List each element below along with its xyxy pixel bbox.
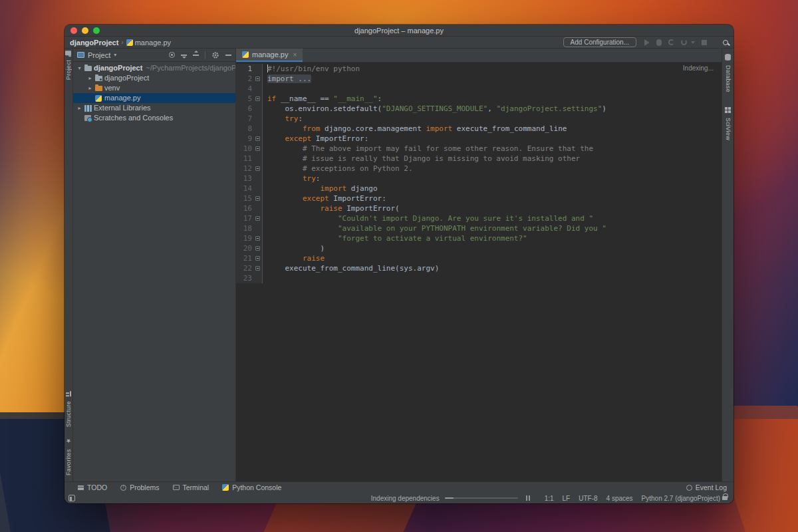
lock-icon[interactable] — [722, 496, 728, 500]
fold-marker-icon[interactable] — [254, 134, 263, 144]
chevron-right-icon[interactable]: ▸ — [76, 103, 83, 113]
code-line[interactable]: 17 "Couldn't import Django. Are you sure… — [236, 213, 722, 223]
tree-item-djangoproject[interactable]: ▸djangoProject — [73, 73, 235, 83]
tool-button-database[interactable]: Database — [725, 54, 732, 92]
tool-button-terminal[interactable]: Terminal — [173, 483, 209, 491]
fold-box-icon[interactable] — [255, 146, 260, 151]
fold-box-icon[interactable] — [255, 166, 260, 171]
fold-marker-icon[interactable] — [254, 253, 263, 263]
fold-marker-icon[interactable] — [254, 263, 263, 273]
tree-item-external-libraries[interactable]: ▸External Libraries — [73, 103, 235, 113]
code-line[interactable]: 10 # The above import may fail for some … — [236, 144, 722, 154]
event-log-button[interactable]: Event Log — [686, 483, 727, 491]
fold-marker-icon[interactable] — [254, 74, 263, 84]
code-line[interactable]: 4 — [236, 84, 722, 94]
fold-marker-icon[interactable] — [254, 94, 263, 104]
fold-box-icon[interactable] — [255, 256, 260, 261]
code-line[interactable]: 18 "available on your PYTHONPATH environ… — [236, 223, 722, 233]
fold-box-icon[interactable] — [255, 236, 260, 241]
fold-marker-icon[interactable] — [254, 194, 263, 203]
tool-button-python-console[interactable]: Python Console — [222, 483, 281, 491]
code-line[interactable]: 11 # issue is really that Django is miss… — [236, 154, 722, 164]
tool-button-todo[interactable]: TODO — [78, 483, 107, 491]
add-configuration-button[interactable]: Add Configuration... — [563, 37, 636, 47]
tool-button-project[interactable]: Project — [65, 51, 72, 80]
pause-indexing-icon[interactable] — [526, 495, 530, 501]
chevron-down-icon[interactable]: ▾ — [114, 52, 116, 58]
chevron-right-icon[interactable]: ▸ — [86, 73, 94, 83]
fold-box-icon[interactable] — [255, 246, 260, 251]
tool-button-structure[interactable]: Structure — [65, 391, 72, 427]
dropdown-arrow-icon[interactable] — [691, 41, 695, 44]
fold-box-icon[interactable] — [255, 216, 260, 221]
code-line[interactable]: 1#!/usr/bin/env python — [236, 64, 722, 74]
fold-marker-icon[interactable] — [254, 233, 263, 243]
status-item-python-2-7-djangoproject[interactable]: Python 2.7 (djangoProject) — [642, 495, 720, 502]
title-bar[interactable]: djangoProject – manage.py — [65, 25, 733, 37]
rerun-icon[interactable] — [681, 39, 687, 45]
tool-button-sciview[interactable]: SciView — [725, 107, 732, 140]
code-token — [267, 224, 338, 233]
code-token — [267, 254, 303, 263]
code-line[interactable]: 20 ) — [236, 243, 722, 253]
status-item-1-1[interactable]: 1:1 — [545, 495, 554, 502]
code-line[interactable]: 22 execute_from_command_line(sys.argv) — [236, 263, 722, 273]
code-line[interactable]: 23 — [236, 273, 722, 283]
tree-item-scratches-and-consoles[interactable]: Scratches and Consoles — [73, 113, 235, 123]
status-item-4-spaces[interactable]: 4 spaces — [606, 495, 633, 502]
fold-box-icon[interactable] — [255, 196, 260, 201]
fold-marker-icon[interactable] — [254, 144, 263, 154]
python-icon — [222, 484, 229, 491]
code-line[interactable]: 6 os.environ.setdefault("DJANGO_SETTINGS… — [236, 104, 722, 114]
code-token: from — [303, 124, 321, 133]
line-number: 10 — [236, 144, 254, 154]
code-editor[interactable]: Indexing... 1#!/usr/bin/env python2impor… — [236, 63, 722, 481]
tool-window-toggle-icon[interactable] — [68, 495, 75, 501]
fold-box-icon[interactable] — [255, 76, 260, 81]
chevron-right-icon[interactable]: ▸ — [86, 83, 94, 93]
tool-button-favorites[interactable]: Favorites ★ — [65, 438, 72, 475]
stop-icon[interactable] — [702, 40, 707, 45]
tree-item-djangoproject[interactable]: ▾djangoProject~/PycharmProjects/djangoPr… — [73, 63, 235, 73]
status-item-utf-8[interactable]: UTF-8 — [579, 495, 597, 502]
gear-icon[interactable] — [211, 51, 219, 59]
code-line[interactable]: 7 try: — [236, 114, 722, 124]
code-line[interactable]: 19 "forget to activate a virtual environ… — [236, 233, 722, 243]
breadcrumb-project[interactable]: djangoProject — [70, 39, 118, 47]
chevron-down-icon[interactable]: ▾ — [76, 63, 83, 73]
code-line[interactable]: 12 # exceptions on Python 2. — [236, 164, 722, 174]
tree-item-manage-py[interactable]: manage.py — [73, 93, 235, 103]
collapse-all-icon[interactable] — [193, 55, 199, 56]
debug-icon[interactable] — [656, 39, 662, 46]
locate-icon[interactable] — [169, 52, 175, 58]
code-line[interactable]: 21 raise — [236, 253, 722, 263]
code-line[interactable]: 9 except ImportError: — [236, 134, 722, 144]
tool-button-structure-label: Structure — [65, 401, 72, 427]
tab-manage-py[interactable]: manage.py × — [236, 49, 303, 62]
tree-item-venv[interactable]: ▸venv — [73, 83, 235, 93]
code-line[interactable]: 14 import django — [236, 184, 722, 194]
fold-box-icon[interactable] — [255, 96, 260, 101]
fold-marker-icon[interactable] — [254, 243, 263, 253]
coverage-icon[interactable] — [668, 39, 674, 45]
status-item-lf[interactable]: LF — [563, 495, 571, 502]
hide-panel-icon[interactable] — [225, 55, 231, 56]
project-panel-title[interactable]: Project — [88, 51, 110, 59]
play-icon[interactable] — [644, 39, 650, 46]
fold-box-icon[interactable] — [255, 136, 260, 141]
code-line[interactable]: 15 except ImportError: — [236, 194, 722, 203]
folder-pkg-icon — [95, 76, 102, 81]
fold-marker-icon[interactable] — [254, 213, 263, 223]
search-icon[interactable] — [723, 40, 728, 45]
code-line[interactable]: 8 from django.core.management import exe… — [236, 124, 722, 134]
breadcrumb-file[interactable]: manage.py — [135, 39, 171, 47]
fold-box-icon[interactable] — [255, 266, 260, 271]
expand-all-icon[interactable] — [181, 55, 187, 56]
code-line[interactable]: 13 try: — [236, 174, 722, 184]
code-line[interactable]: 16 raise ImportError( — [236, 203, 722, 213]
close-tab-icon[interactable]: × — [293, 51, 297, 59]
fold-marker-icon[interactable] — [254, 164, 263, 174]
tool-button-problems[interactable]: Problems — [120, 483, 159, 491]
code-line[interactable]: 5if __name__ == "__main__": — [236, 94, 722, 104]
code-line[interactable]: 2import ... — [236, 74, 722, 84]
